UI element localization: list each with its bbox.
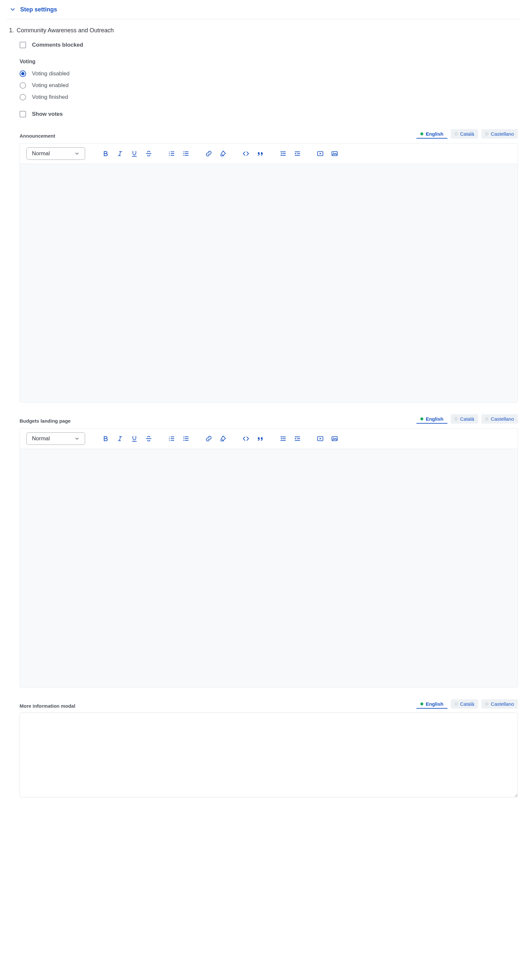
link-icon[interactable]: [204, 150, 213, 158]
strike-icon[interactable]: [145, 150, 153, 158]
outdent-icon[interactable]: [279, 434, 287, 443]
more-info-textarea[interactable]: [19, 713, 518, 797]
show-votes-label[interactable]: Show votes: [32, 111, 63, 118]
status-dot-empty-icon: [485, 417, 488, 420]
video-icon[interactable]: [316, 434, 325, 443]
underline-icon[interactable]: [130, 150, 139, 158]
code-icon[interactable]: [242, 150, 250, 158]
lang-tab-castellano[interactable]: Castellano: [481, 699, 518, 709]
link-icon[interactable]: [204, 434, 213, 443]
underline-icon[interactable]: [130, 434, 139, 443]
voting-section-label: Voting: [19, 59, 518, 65]
announcement-textarea[interactable]: [20, 164, 517, 402]
indent-icon[interactable]: [293, 434, 302, 443]
clean-format-icon[interactable]: [219, 150, 227, 158]
lang-tab-castellano[interactable]: Castellano: [481, 414, 518, 424]
blockquote-icon[interactable]: [256, 150, 264, 158]
comments-blocked-label[interactable]: Comments blocked: [32, 42, 83, 48]
lang-tab-catala[interactable]: Català: [451, 414, 478, 424]
more-info-lang-tabs: English Català Castellano: [416, 699, 518, 709]
voting-disabled-label[interactable]: Voting disabled: [32, 70, 70, 77]
announcement-label: Announcement: [19, 133, 55, 138]
status-dot-filled-icon: [420, 417, 423, 420]
rte-toolbar: Normal: [20, 428, 517, 449]
status-dot-filled-icon: [420, 702, 423, 705]
lang-tab-catala[interactable]: Català: [451, 129, 478, 138]
lang-tab-english[interactable]: English: [416, 414, 447, 424]
step-name: Community Awareness and Outreach: [17, 27, 114, 34]
status-dot-empty-icon: [485, 702, 488, 705]
announcement-editor: Normal: [19, 143, 518, 402]
voting-enabled-label[interactable]: Voting enabled: [32, 82, 69, 89]
step-heading: 1. Community Awareness and Outreach: [9, 27, 518, 34]
lang-tab-english[interactable]: English: [416, 129, 447, 138]
indent-icon[interactable]: [293, 150, 302, 158]
status-dot-empty-icon: [455, 417, 457, 420]
italic-icon[interactable]: [116, 150, 124, 158]
voting-finished-label[interactable]: Voting finished: [32, 94, 68, 100]
voting-finished-radio[interactable]: [19, 94, 26, 100]
strike-icon[interactable]: [145, 434, 153, 443]
code-icon[interactable]: [242, 434, 250, 443]
budgets-landing-editor: Normal: [19, 428, 518, 687]
budgets-landing-textarea[interactable]: [20, 449, 517, 687]
budgets-landing-label: Budgets landing page: [19, 418, 71, 424]
rte-format-select[interactable]: Normal: [26, 433, 85, 445]
voting-enabled-radio[interactable]: [19, 82, 26, 89]
rte-format-select[interactable]: Normal: [26, 147, 85, 160]
budgets-lang-tabs: English Català Castellano: [416, 414, 518, 424]
video-icon[interactable]: [316, 150, 325, 158]
announcement-lang-tabs: English Català Castellano: [416, 129, 518, 138]
chevron-down-icon: [74, 151, 80, 156]
step-ordinal: 1.: [9, 27, 14, 34]
more-info-label: More information modal: [19, 703, 75, 709]
step-settings-accordion-toggle[interactable]: Step settings: [6, 0, 521, 19]
unordered-list-icon[interactable]: [182, 150, 190, 158]
image-icon[interactable]: [330, 434, 339, 443]
lang-tab-catala[interactable]: Català: [451, 699, 478, 709]
bold-icon[interactable]: [102, 150, 110, 158]
blockquote-icon[interactable]: [256, 434, 264, 443]
comments-blocked-checkbox[interactable]: [19, 42, 26, 48]
clean-format-icon[interactable]: [219, 434, 227, 443]
unordered-list-icon[interactable]: [182, 434, 190, 443]
chevron-down-icon: [74, 436, 80, 441]
status-dot-filled-icon: [420, 132, 423, 135]
status-dot-empty-icon: [455, 702, 457, 705]
bold-icon[interactable]: [102, 434, 110, 443]
lang-tab-castellano[interactable]: Castellano: [481, 129, 518, 138]
outdent-icon[interactable]: [279, 150, 287, 158]
chevron-down-icon: [9, 6, 16, 13]
ordered-list-icon[interactable]: [167, 150, 176, 158]
ordered-list-icon[interactable]: [167, 434, 176, 443]
italic-icon[interactable]: [116, 434, 124, 443]
rte-toolbar: Normal: [20, 143, 517, 164]
lang-tab-english[interactable]: English: [416, 699, 447, 709]
image-icon[interactable]: [330, 150, 339, 158]
voting-disabled-radio[interactable]: [19, 70, 26, 77]
show-votes-checkbox[interactable]: [19, 111, 26, 118]
step-settings-title: Step settings: [20, 6, 57, 13]
status-dot-empty-icon: [485, 132, 488, 135]
status-dot-empty-icon: [455, 132, 457, 135]
